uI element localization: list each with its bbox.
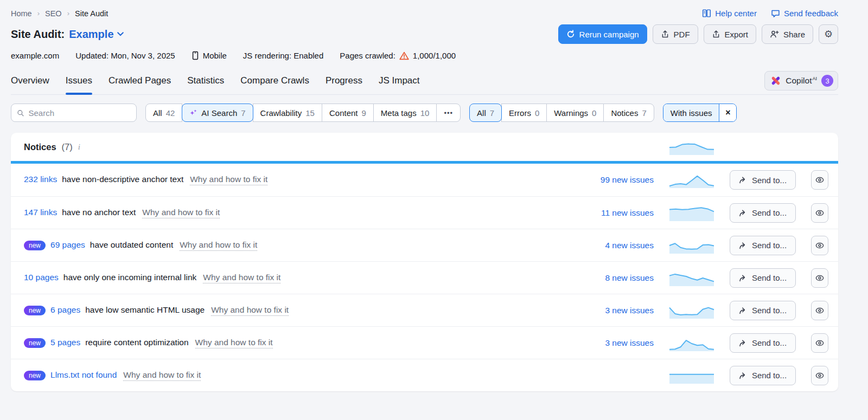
send-to-button[interactable]: Send to...	[730, 333, 796, 353]
with-issues-close-icon[interactable]: ×	[719, 104, 736, 121]
rerun-campaign-button[interactable]: Rerun campaign	[558, 24, 647, 44]
why-how-fix-link[interactable]: Why and how to fix it	[203, 273, 280, 283]
filter-chip-meta-tags[interactable]: Meta tags10	[373, 104, 437, 122]
filter-chip-all[interactable]: All7	[469, 104, 502, 122]
help-center-link[interactable]: Help center	[702, 9, 757, 18]
issue-row: 147 links have no anchor text Why and ho…	[11, 196, 838, 229]
filter-chip-ai-search[interactable]: AI Search7	[182, 104, 253, 122]
new-issues-link[interactable]: 99 new issues	[561, 175, 654, 185]
breadcrumb-item[interactable]: Site Audit	[75, 9, 108, 18]
gear-icon: ⚙	[824, 28, 833, 40]
warning-triangle-icon	[399, 51, 409, 60]
settings-button[interactable]: ⚙	[819, 24, 838, 44]
upload-icon	[661, 30, 669, 38]
hide-issue-button[interactable]	[811, 366, 828, 385]
breadcrumb-item[interactable]: SEO	[45, 9, 62, 18]
hide-issue-button[interactable]	[811, 203, 828, 223]
send-to-button[interactable]: Send to...	[730, 170, 796, 190]
issue-text: 147 links have no anchor text Why and ho…	[24, 208, 546, 218]
issue-count-link[interactable]: 232 links	[24, 175, 57, 184]
issue-count-link[interactable]: Llms.txt not found	[50, 370, 117, 380]
tab-js-impact[interactable]: JS Impact	[379, 69, 420, 94]
search-input[interactable]	[28, 108, 131, 118]
copilot-button[interactable]: CopilotAI 3	[764, 71, 838, 91]
last-updated: Updated: Mon, Nov 3, 2025	[75, 51, 175, 60]
new-issues-link[interactable]: 3 new issues	[561, 338, 654, 348]
export-button[interactable]: Export	[704, 24, 756, 44]
eye-icon	[815, 209, 825, 217]
tab-issues[interactable]: Issues	[66, 69, 92, 94]
campaign-domain: example.com	[11, 51, 59, 60]
send-to-button[interactable]: Send to...	[730, 366, 796, 385]
issues-list: 232 links have non-descriptive anchor te…	[11, 164, 838, 391]
send-feedback-link[interactable]: Send feedback	[771, 9, 838, 18]
hide-issue-button[interactable]	[811, 333, 828, 353]
filter-chip-content[interactable]: Content9	[322, 104, 374, 122]
send-to-label: Send to...	[752, 338, 787, 347]
tab-overview[interactable]: Overview	[11, 69, 49, 94]
issue-count-link[interactable]: 5 pages	[50, 338, 80, 347]
new-issues-link[interactable]: 4 new issues	[561, 241, 654, 250]
why-how-fix-link[interactable]: Why and how to fix it	[190, 175, 267, 185]
new-badge: new	[24, 371, 46, 380]
filter-chip-errors[interactable]: Errors0	[501, 104, 547, 122]
filter-chip-notices[interactable]: Notices7	[603, 104, 654, 122]
hide-issue-button[interactable]	[811, 268, 828, 288]
info-icon[interactable]: i	[78, 143, 80, 152]
share-button[interactable]: Share	[762, 24, 813, 44]
hide-issue-button[interactable]	[811, 301, 828, 320]
project-selector[interactable]: Example	[69, 28, 123, 41]
new-issues-link[interactable]: 11 new issues	[561, 208, 654, 218]
page-title-prefix: Site Audit:	[11, 28, 65, 41]
why-how-fix-link[interactable]: Why and how to fix it	[142, 208, 220, 218]
issue-text: new Llms.txt not found Why and how to fi…	[24, 370, 546, 381]
hide-issue-button[interactable]	[811, 236, 828, 255]
why-how-fix-link[interactable]: Why and how to fix it	[123, 370, 201, 381]
campaign-meta-bar: example.com Updated: Mon, Nov 3, 2025 Mo…	[11, 51, 838, 60]
chip-label: Errors	[509, 108, 531, 118]
chip-count: 7	[241, 108, 245, 118]
why-how-fix-link[interactable]: Why and how to fix it	[211, 305, 289, 316]
issue-description: have only one incoming internal link	[63, 273, 197, 282]
send-arrow-icon	[739, 372, 748, 379]
send-to-button[interactable]: Send to...	[730, 203, 796, 223]
filter-chip-crawlability[interactable]: Crawlability15	[253, 104, 322, 122]
issue-count-link[interactable]: 69 pages	[50, 240, 85, 250]
copilot-icon	[770, 75, 781, 86]
share-label: Share	[783, 30, 805, 39]
hide-issue-button[interactable]	[811, 170, 828, 190]
send-arrow-icon	[739, 209, 748, 217]
send-to-button[interactable]: Send to...	[730, 301, 796, 320]
filter-chip-all[interactable]: All42	[145, 104, 182, 122]
why-how-fix-link[interactable]: Why and how to fix it	[195, 338, 273, 348]
send-to-label: Send to...	[752, 176, 787, 185]
eye-icon	[815, 274, 825, 282]
search-icon	[17, 109, 24, 117]
notices-count: (7)	[62, 142, 73, 152]
send-to-button[interactable]: Send to...	[730, 268, 796, 288]
issue-count-link[interactable]: 6 pages	[50, 305, 80, 315]
issue-row: new Llms.txt not found Why and how to fi…	[11, 359, 838, 391]
send-to-button[interactable]: Send to...	[730, 236, 796, 255]
tab-progress[interactable]: Progress	[326, 69, 362, 94]
tab-crawled-pages[interactable]: Crawled Pages	[108, 69, 171, 94]
with-issues-filter[interactable]: With issues ×	[663, 104, 737, 122]
why-how-fix-link[interactable]: Why and how to fix it	[180, 240, 257, 251]
copilot-label: CopilotAI	[786, 76, 817, 86]
issue-trend-sparkline	[669, 270, 714, 286]
feedback-bubble-icon	[771, 9, 780, 18]
issue-row: new 5 pages require content optimization…	[11, 326, 838, 359]
new-issues-link[interactable]: 8 new issues	[561, 273, 654, 283]
issue-count-link[interactable]: 147 links	[24, 208, 57, 217]
header-actions: Rerun campaign PDF Export Share ⚙	[558, 24, 838, 44]
filter-chip-warnings[interactable]: Warnings0	[546, 104, 604, 122]
pdf-button[interactable]: PDF	[653, 24, 698, 44]
issue-count-link[interactable]: 10 pages	[24, 273, 59, 282]
issue-description: have non-descriptive anchor text	[62, 175, 183, 184]
breadcrumb-item[interactable]: Home	[11, 9, 32, 18]
new-issues-link[interactable]: 3 new issues	[561, 306, 654, 315]
tab-compare-crawls[interactable]: Compare Crawls	[240, 69, 309, 94]
more-filters-button[interactable]: •••	[436, 104, 461, 122]
issue-trend-sparkline	[669, 205, 714, 221]
tab-statistics[interactable]: Statistics	[187, 69, 224, 94]
